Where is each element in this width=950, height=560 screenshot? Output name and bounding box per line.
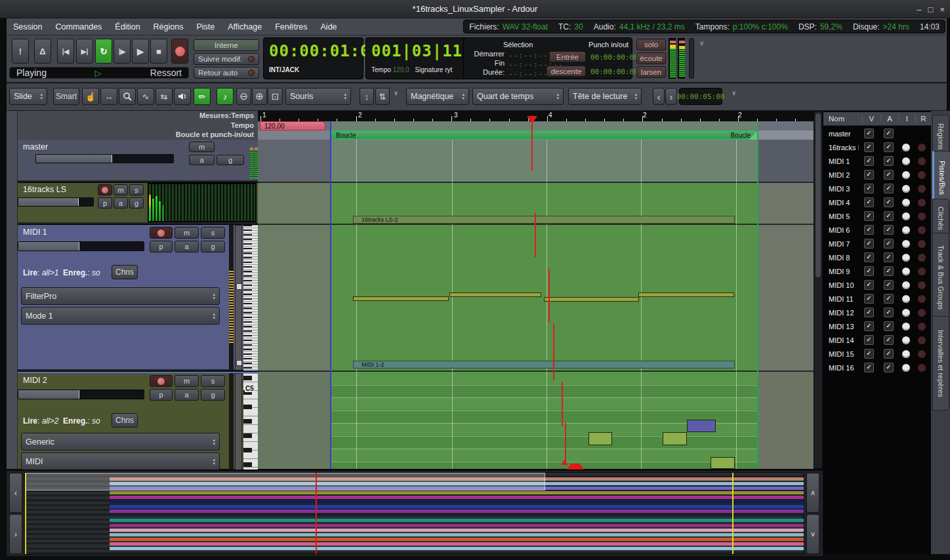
midi-port-icon[interactable] <box>902 295 910 303</box>
editor-vscrollbar-thumb[interactable] <box>816 113 821 277</box>
active-checkbox[interactable]: ✓ <box>884 280 894 290</box>
summary-scroll-down-button[interactable]: ∨ <box>806 514 819 554</box>
midi2-scroomer[interactable] <box>235 373 242 470</box>
midi1-track-lane-end[interactable] <box>758 225 814 370</box>
route-name[interactable]: MIDI 5 <box>829 212 859 220</box>
midi1-name[interactable]: MIDI 1 <box>23 228 47 237</box>
route-name[interactable]: master <box>829 130 859 138</box>
menu-piste[interactable]: Piste <box>190 18 221 35</box>
route-name[interactable]: MIDI 3 <box>829 185 859 193</box>
route-row-midi-2[interactable]: MIDI 2✓✓ <box>823 168 931 182</box>
punch-out-button[interactable]: descente <box>547 66 586 77</box>
punch-in-time[interactable]: 00:00:00:00 <box>590 53 638 62</box>
midi-port-icon[interactable] <box>902 309 910 317</box>
ruler-label-bars[interactable]: Mesures:Temps <box>199 111 254 119</box>
menu-regions[interactable]: Régions <box>147 18 190 35</box>
col-r[interactable]: R <box>915 115 931 123</box>
loop-punch-ruler[interactable]: Boucle Boucle <box>258 130 814 140</box>
zoom-focus-combo[interactable]: Souris ▴▾ <box>285 88 351 105</box>
summary-scroll-left-button[interactable]: ‹ <box>9 473 22 513</box>
loop-end-grip[interactable] <box>749 131 757 140</box>
rec-enable-icon[interactable] <box>918 240 926 248</box>
rec-enable-icon[interactable] <box>918 295 926 303</box>
route-row-midi-4[interactable]: MIDI 4✓✓ <box>823 195 931 209</box>
active-checkbox[interactable]: ✓ <box>884 252 894 262</box>
rec-enable-icon[interactable] <box>918 364 926 372</box>
visible-checkbox[interactable]: ✓ <box>864 294 874 304</box>
audio-g-button[interactable]: g <box>129 197 144 209</box>
midi2-mode-combo[interactable]: MIDI ▴▾ <box>21 452 220 470</box>
go-end-button[interactable]: ▶| <box>76 39 93 64</box>
metronome-button[interactable]: Δ <box>34 39 51 64</box>
route-row-midi-16[interactable]: MIDI 16✓✓ <box>823 361 931 374</box>
midi2-rec-button[interactable] <box>150 375 173 387</box>
master-name[interactable]: master <box>23 142 48 151</box>
audition-button[interactable] <box>174 88 191 105</box>
midi1-g-button[interactable]: g <box>201 241 225 252</box>
rec-enable-icon[interactable] <box>918 309 926 317</box>
summary-view-rect[interactable] <box>25 473 545 490</box>
rec-enable-icon[interactable] <box>918 171 926 179</box>
active-checkbox[interactable]: ✓ <box>884 170 894 180</box>
master-track-lane-loop[interactable] <box>331 140 758 182</box>
shuttle-control[interactable]: Playing ▷ Ressort <box>9 67 189 79</box>
midi-note[interactable] <box>449 292 541 297</box>
route-row-midi-14[interactable]: MIDI 14✓✓ <box>823 333 931 347</box>
route-name[interactable]: MIDI 7 <box>829 240 859 248</box>
midi-port-icon[interactable] <box>902 323 910 330</box>
edit-mode-combo[interactable]: Slide ▴▾ <box>9 88 47 105</box>
visible-checkbox[interactable]: ✓ <box>864 321 874 331</box>
minimize-icon[interactable]: – <box>917 5 921 14</box>
draw-line-button[interactable]: ∿ <box>137 88 154 105</box>
midi-note[interactable] <box>663 432 687 445</box>
midi-port-icon[interactable] <box>902 171 910 179</box>
region-16tracks-ls-2[interactable]: 16tracks LS-2 <box>353 216 735 224</box>
route-name[interactable]: MIDI 4 <box>829 199 859 207</box>
midi-port-icon[interactable] <box>902 157 910 165</box>
midi-port-icon[interactable] <box>902 212 910 220</box>
midi1-rec-button[interactable] <box>150 227 173 239</box>
visible-checkbox[interactable]: ✓ <box>864 142 874 152</box>
route-row-midi-13[interactable]: MIDI 13✓✓ <box>823 319 931 333</box>
monitor-fader[interactable] <box>689 38 694 79</box>
snap-unit-combo[interactable]: Quart de temps ▴▾ <box>472 88 564 105</box>
active-checkbox[interactable]: ✓ <box>884 129 894 138</box>
active-checkbox[interactable]: ✓ <box>884 211 894 221</box>
summary-canvas[interactable] <box>24 472 804 555</box>
pencil-button[interactable]: ✏ <box>194 88 211 105</box>
rec-enable-icon[interactable] <box>918 268 926 275</box>
midi-note[interactable] <box>711 457 735 469</box>
master-track-lane-end[interactable] <box>758 140 814 182</box>
play-range-button[interactable]: |▶ <box>114 39 131 64</box>
punch-in-button[interactable]: Entrée <box>549 51 586 62</box>
visible-checkbox[interactable]: ✓ <box>864 170 874 180</box>
visible-checkbox[interactable]: ✓ <box>864 363 874 372</box>
active-checkbox[interactable]: ✓ <box>884 349 894 359</box>
smart-mode-button[interactable]: Smart <box>53 88 79 105</box>
midi-port-icon[interactable] <box>902 254 910 262</box>
larsen-button[interactable]: larsen <box>636 66 666 78</box>
midi1-a-button[interactable]: a <box>175 241 199 252</box>
active-checkbox[interactable]: ✓ <box>884 142 894 152</box>
rec-enable-icon[interactable] <box>918 336 926 344</box>
track-header-master[interactable]: master m a g <box>18 140 258 182</box>
midi2-piano-keyboard[interactable]: C5 <box>243 373 258 470</box>
route-name[interactable]: MIDI 12 <box>829 309 859 317</box>
active-checkbox[interactable]: ✓ <box>884 294 894 304</box>
visible-checkbox[interactable]: ✓ <box>864 156 874 166</box>
tab-track-bus-groups[interactable]: Track & Bus Groups <box>932 233 949 322</box>
menu-session[interactable]: Session <box>7 18 49 35</box>
edit-point-combo[interactable]: Tête de lecture ▴▾ <box>568 88 642 105</box>
écoute-button[interactable]: écoute <box>636 52 666 64</box>
route-row-midi-6[interactable]: MIDI 6✓✓ <box>823 223 931 237</box>
midi2-patch-combo[interactable]: Generic ▴▾ <box>21 433 220 450</box>
visible-checkbox[interactable]: ✓ <box>864 280 874 290</box>
route-name[interactable]: MIDI 14 <box>829 336 859 344</box>
midi-port-icon[interactable] <box>902 350 910 358</box>
visible-checkbox[interactable]: ✓ <box>864 335 874 345</box>
midi-port-icon[interactable] <box>902 185 910 193</box>
midi2-mute-button[interactable]: m <box>175 375 199 387</box>
transport-chevron-icon[interactable]: ∨ <box>699 39 704 47</box>
zoom-chevron-icon[interactable]: ∨ <box>394 89 398 96</box>
midi2-g-button[interactable]: g <box>201 389 225 401</box>
